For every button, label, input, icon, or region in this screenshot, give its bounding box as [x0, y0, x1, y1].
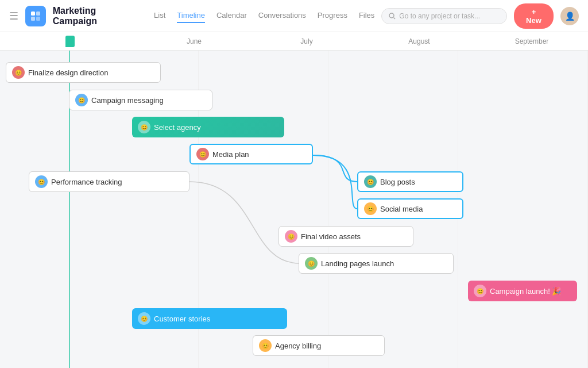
project-title: Marketing Campaign [53, 6, 142, 26]
avatar-blog: 😊 [364, 175, 377, 188]
month-september: September [475, 37, 588, 45]
task-label-performance: Performance tracking [51, 178, 122, 186]
tab-progress[interactable]: Progress [318, 9, 347, 23]
task-performance[interactable]: 😊 Performance tracking [29, 171, 189, 192]
task-label-video: Final video assets [301, 232, 361, 241]
avatar-performance: 😊 [35, 175, 48, 188]
task-campaign-launch[interactable]: 😊 Campaign launch! 🎉 [468, 281, 577, 301]
task-label-billing: Agency billing [275, 342, 321, 350]
svg-rect-2 [31, 17, 35, 21]
search-placeholder: Go to any project or task... [399, 12, 480, 20]
task-landing-pages[interactable]: 😊 Landing pages launch [299, 253, 454, 274]
task-media-plan[interactable]: 😊 Media plan [189, 144, 313, 164]
avatar-billing: 😊 [259, 339, 272, 352]
search-bar[interactable]: Go to any project or task... [381, 8, 506, 24]
task-label-messaging: Campaign messaging [91, 96, 164, 105]
task-label-media: Media plan [212, 150, 249, 159]
task-label-finalize: Finalize design direction [28, 68, 108, 77]
task-final-video[interactable]: 😊 Final video assets [278, 226, 413, 247]
timeline-body[interactable]: 😊 Finalize design direction 😊 Campaign m… [0, 51, 588, 368]
task-customer-stories[interactable]: 😊 Customer stories [132, 308, 287, 329]
tab-conversations[interactable]: Conversations [258, 9, 306, 23]
menu-icon[interactable]: ☰ [9, 10, 18, 22]
tab-list[interactable]: List [154, 9, 165, 23]
month-august: August [363, 37, 475, 45]
task-label-landing: Landing pages launch [321, 259, 394, 268]
avatar-video: 😊 [285, 230, 297, 243]
task-blog-posts[interactable]: 😊 Blog posts [357, 171, 463, 192]
task-label-launch: Campaign launch! 🎉 [490, 287, 561, 296]
nav-tabs: List Timeline Calendar Conversations Pro… [154, 9, 374, 23]
header: ☰ Marketing Campaign List Timeline Calen… [0, 0, 588, 32]
task-label-stories: Customer stories [154, 315, 210, 323]
task-campaign-messaging[interactable]: 😊 Campaign messaging [69, 90, 212, 110]
month-june: June [138, 37, 250, 45]
avatar-stories: 😊 [138, 312, 150, 325]
avatar-landing: 😊 [305, 257, 318, 270]
task-label-social: Social media [380, 205, 423, 213]
svg-rect-1 [36, 12, 40, 16]
months-header: June July August September [0, 32, 588, 51]
avatar-social: 😊 [364, 202, 377, 215]
svg-rect-0 [31, 12, 35, 16]
svg-point-4 [389, 13, 394, 18]
avatar-agency: 😊 [138, 121, 150, 133]
tab-files[interactable]: Files [359, 9, 374, 23]
month-july: July [250, 37, 363, 45]
task-label-blog: Blog posts [380, 178, 415, 186]
header-right: Go to any project or task... + New 👤 [381, 3, 579, 29]
avatar-finalize: 😊 [12, 66, 25, 79]
user-avatar[interactable]: 👤 [560, 7, 579, 25]
task-select-agency[interactable]: 😊 Select agency [132, 117, 284, 137]
task-label-agency: Select agency [154, 123, 201, 132]
avatar-media: 😊 [196, 148, 209, 160]
today-flag [65, 36, 75, 47]
task-agency-billing[interactable]: 😊 Agency billing [253, 335, 385, 356]
tab-timeline[interactable]: Timeline [177, 9, 205, 23]
app-logo [25, 6, 46, 26]
new-button[interactable]: + New [514, 3, 554, 29]
timeline-container: June July August September 😊 Finalize de… [0, 32, 588, 368]
tab-calendar[interactable]: Calendar [216, 9, 247, 23]
task-finalize-design[interactable]: 😊 Finalize design direction [6, 62, 161, 83]
avatar-messaging: 😊 [75, 94, 88, 106]
task-social-media[interactable]: 😊 Social media [357, 198, 463, 219]
svg-line-5 [394, 17, 396, 19]
avatar-launch: 😊 [474, 285, 486, 297]
svg-rect-3 [36, 17, 40, 21]
